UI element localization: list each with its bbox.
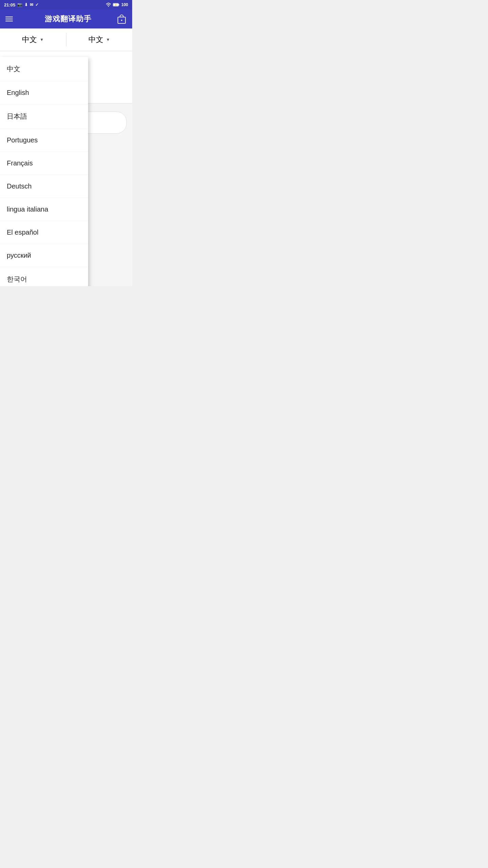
status-left: 21:05 📷 ⬇ ✉ ✓ bbox=[4, 2, 39, 7]
dropdown-item-4[interactable]: Français bbox=[0, 152, 88, 175]
app-bar: 游戏翻译助手 bbox=[0, 9, 132, 28]
mail-icon: ✉ bbox=[30, 2, 33, 7]
usb-icon: ⬇ bbox=[24, 2, 28, 7]
svg-rect-1 bbox=[118, 4, 119, 5]
source-lang-label: 中文 bbox=[22, 35, 37, 45]
battery-icon: ⚡ bbox=[113, 3, 120, 7]
svg-text:⚡: ⚡ bbox=[114, 3, 117, 6]
notification-icon: 📷 bbox=[17, 2, 22, 7]
status-right: ⚡ 100 bbox=[106, 2, 128, 7]
bag-icon[interactable] bbox=[117, 14, 127, 24]
dropdown-item-0[interactable]: 中文 bbox=[0, 57, 88, 81]
language-dropdown[interactable]: 中文English日本語PortuguesFrançaisDeutschling… bbox=[0, 57, 88, 286]
menu-line-3 bbox=[5, 21, 13, 21]
dropdown-item-7[interactable]: El español bbox=[0, 221, 88, 244]
menu-line-2 bbox=[5, 19, 13, 19]
check-icon: ✓ bbox=[35, 2, 39, 7]
dropdown-item-9[interactable]: 한국어 bbox=[0, 267, 88, 286]
main-content: 中文 ▼ 中文 ▼ you miss me, I miss you too ↓ … bbox=[0, 28, 132, 286]
source-language-selector[interactable]: 中文 ▼ bbox=[0, 28, 66, 51]
dropdown-item-3[interactable]: Portugues bbox=[0, 129, 88, 152]
dropdown-item-8[interactable]: русский bbox=[0, 244, 88, 267]
target-lang-label: 中文 bbox=[88, 35, 103, 45]
source-lang-arrow: ▼ bbox=[40, 37, 44, 42]
dropdown-item-5[interactable]: Deutsch bbox=[0, 175, 88, 198]
time-display: 21:05 bbox=[4, 2, 15, 7]
dropdown-item-2[interactable]: 日本語 bbox=[0, 104, 88, 129]
status-bar: 21:05 📷 ⬇ ✉ ✓ ⚡ 100 bbox=[0, 0, 132, 9]
dropdown-item-6[interactable]: lingua italiana bbox=[0, 198, 88, 221]
language-row: 中文 ▼ 中文 ▼ bbox=[0, 28, 132, 51]
app-title: 游戏翻译助手 bbox=[20, 14, 117, 24]
menu-line-1 bbox=[5, 17, 13, 17]
target-lang-arrow: ▼ bbox=[106, 37, 110, 42]
battery-level: 100 bbox=[121, 2, 128, 7]
target-language-selector[interactable]: 中文 ▼ bbox=[66, 28, 133, 51]
svg-point-5 bbox=[121, 20, 122, 21]
menu-button[interactable] bbox=[5, 17, 13, 21]
wifi-icon bbox=[106, 3, 111, 7]
dropdown-item-1[interactable]: English bbox=[0, 81, 88, 104]
